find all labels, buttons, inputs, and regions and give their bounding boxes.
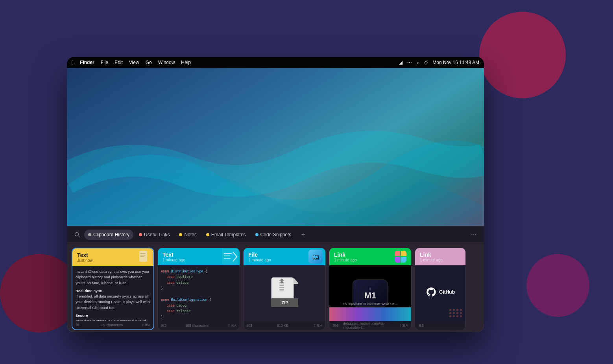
- tab-dot-useful-links: [139, 233, 142, 236]
- card-4-icon-area: [390, 248, 411, 265]
- cards-area: Text Just now: [67, 243, 484, 332]
- menu-go[interactable]: Go: [146, 60, 152, 65]
- card-5-header: Link 1 minute ago: [415, 248, 465, 265]
- card-5-title-area: Link 1 minute ago: [420, 252, 461, 262]
- card-2-footer: ⌘2 188 characters ⇧⌘A: [158, 321, 240, 330]
- search-button[interactable]: [72, 229, 83, 240]
- tab-email-templates[interactable]: Email Templates: [202, 230, 250, 240]
- card-4-shortcut: ⌘4: [332, 324, 338, 327]
- card-code[interactable]: Text 1 minute ago: [157, 248, 240, 330]
- svg-line-2: [78, 235, 80, 237]
- paste-panel: Clipboard History Useful Links Notes Ema…: [67, 226, 484, 332]
- search-menubar-icon[interactable]: ⌕: [417, 60, 419, 65]
- apple-logo-icon[interactable]: : [72, 59, 74, 66]
- tab-dot-email: [206, 233, 209, 236]
- menu-file[interactable]: File: [101, 60, 108, 65]
- card-4-copy-icon: ⇧⌘A: [399, 324, 408, 327]
- card-5-time: 1 minute ago: [420, 258, 461, 262]
- svg-rect-17: [279, 285, 284, 286]
- card-5-github-logo: GitHub: [426, 287, 455, 298]
- card-1-copy-icon: ⇧⌘A: [141, 323, 150, 327]
- card-file[interactable]: File 1 minute ago 🗂: [243, 248, 326, 330]
- tab-useful-links[interactable]: Useful Links: [135, 230, 174, 240]
- card-4-header: Link 1 minute ago: [329, 248, 411, 265]
- svg-text:ZIP: ZIP: [281, 300, 288, 305]
- card-4-m1-label: M1: [364, 291, 377, 300]
- card-text-selected[interactable]: Text Just now: [72, 248, 154, 330]
- card-link-m1[interactable]: Link 1 minute ago: [329, 248, 412, 330]
- card-2-chars: 188 characters: [185, 324, 209, 327]
- add-tab-button[interactable]: +: [298, 230, 308, 239]
- card-2-shortcut: ⌘2: [161, 324, 166, 327]
- menu-help[interactable]: Help: [181, 60, 191, 65]
- tab-label-useful-links: Useful Links: [144, 232, 170, 237]
- menu-window[interactable]: Window: [158, 60, 175, 65]
- card-1-footer: ⌘1 389 characters ⇧⌘A: [72, 321, 153, 329]
- card-5-footer: ⌘5: [415, 321, 465, 330]
- bg-decoration-bottom-right: [526, 254, 589, 317]
- svg-rect-4: [140, 253, 146, 254]
- card-3-finder-icon: 🗂: [306, 248, 325, 265]
- tab-clipboard-history[interactable]: Clipboard History: [84, 230, 133, 240]
- menu-bar-right: ◢ ⋅⋅⋅ ⌕ ◇ Mon Nov 16 11:48 AM: [399, 60, 479, 65]
- tab-code-snippets[interactable]: Code Snippets: [251, 230, 295, 240]
- card-1-chars: 389 characters: [100, 323, 123, 327]
- menu-view[interactable]: View: [129, 60, 139, 65]
- card-3-copy-icon: ⇧⌘A: [313, 324, 322, 327]
- menu-edit[interactable]: Edit: [114, 60, 123, 65]
- card-3-footer: ⌘3 813 KB ⇧⌘A: [244, 321, 325, 330]
- card-4-m1-text-area:  M1: [364, 287, 377, 300]
- card-2-copy-icon: ⇧⌘A: [227, 324, 236, 327]
- card-1-header: Text Just now: [72, 248, 153, 266]
- tab-dot-notes: [179, 233, 182, 236]
- datetime-display: Mon Nov 16 11:48 AM: [432, 60, 479, 65]
- card-3-zip-icon: ZIP: [271, 277, 298, 310]
- tab-label-clipboard: Clipboard History: [93, 232, 129, 237]
- card-1-body: Instant iCloud data sync allows you use …: [72, 266, 153, 321]
- menu-bar:  Finder File Edit View Go Window Help ◢…: [67, 57, 484, 68]
- card-1-shortcut: ⌘1: [76, 323, 81, 327]
- card-2-header: Text 1 minute ago: [158, 248, 240, 265]
- paste-menubar-icon[interactable]: ◢: [399, 60, 403, 65]
- tab-label-email: Email Templates: [211, 232, 246, 237]
- card-5-github-label: GitHub: [439, 289, 455, 295]
- svg-rect-19: [279, 289, 284, 290]
- card-3-header: File 1 minute ago 🗂: [244, 248, 325, 265]
- tab-bar: Clipboard History Useful Links Notes Ema…: [67, 226, 484, 243]
- mac-frame:  Finder File Edit View Go Window Help ◢…: [67, 57, 484, 332]
- tab-label-notes: Notes: [184, 232, 196, 237]
- siri-icon[interactable]: ◇: [424, 60, 428, 65]
- card-1-text: Instant iCloud data sync allows you use …: [76, 269, 150, 321]
- card-3-file-display: ZIP: [271, 277, 298, 310]
- card-4-gradient-bar: [329, 307, 411, 321]
- svg-rect-18: [279, 287, 284, 288]
- menu-bar-left:  Finder File Edit View Go Window Help: [72, 59, 393, 66]
- wifi-icon[interactable]: ⋅⋅⋅: [407, 60, 412, 65]
- desktop-wallpaper: Clipboard History Useful Links Notes Ema…: [67, 68, 484, 332]
- tab-dot-clipboard: [88, 233, 91, 236]
- bg-decoration-top-right: [479, 12, 566, 98]
- tab-label-code: Code Snippets: [260, 232, 292, 237]
- svg-rect-7: [222, 249, 238, 265]
- card-2-body: enum DistributionType { case appStore ca…: [158, 265, 240, 321]
- svg-rect-5: [140, 255, 146, 256]
- card-link-github[interactable]: Link 1 minute ago GitHub: [415, 248, 466, 330]
- card-3-body: ZIP: [244, 265, 325, 321]
- card-4-footer: ⌘4 debugger.medium.com/its-impossible-t.…: [329, 321, 411, 330]
- tab-dot-code: [255, 233, 258, 236]
- card-5-dots: [449, 309, 462, 317]
- card-3-size: 813 KB: [277, 324, 289, 327]
- svg-marker-12: [294, 278, 298, 284]
- card-5-shortcut: ⌘5: [418, 324, 424, 327]
- menu-finder[interactable]: Finder: [80, 60, 94, 65]
- svg-point-21: [281, 281, 283, 283]
- card-1-icon: [136, 248, 153, 266]
- card-2-code: enum DistributionType { case appStore ca…: [161, 268, 236, 321]
- card-5-type: Link: [420, 252, 461, 258]
- card-2-icon: [220, 248, 240, 265]
- more-options-button[interactable]: ···: [468, 229, 479, 240]
- svg-point-20: [281, 279, 283, 281]
- card-3-shortcut: ⌘3: [247, 324, 252, 327]
- tab-notes[interactable]: Notes: [175, 230, 200, 240]
- card-4-url: debugger.medium.com/its-impossible-t...: [343, 322, 394, 329]
